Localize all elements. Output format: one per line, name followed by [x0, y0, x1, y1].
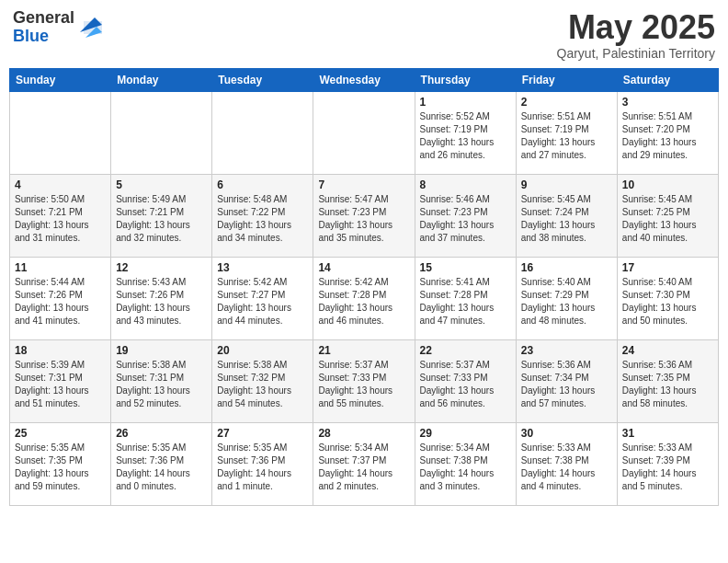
calendar-cell: 25Sunrise: 5:35 AM Sunset: 7:35 PM Dayli… [10, 422, 111, 505]
calendar-cell: 31Sunrise: 5:33 AM Sunset: 7:39 PM Dayli… [617, 422, 718, 505]
day-detail: Sunrise: 5:46 AM Sunset: 7:23 PM Dayligh… [420, 193, 511, 245]
weekday-header-row: SundayMondayTuesdayWednesdayThursdayFrid… [10, 68, 719, 91]
calendar-cell: 27Sunrise: 5:35 AM Sunset: 7:36 PM Dayli… [212, 422, 313, 505]
day-detail: Sunrise: 5:45 AM Sunset: 7:24 PM Dayligh… [521, 193, 612, 245]
day-detail: Sunrise: 5:38 AM Sunset: 7:31 PM Dayligh… [116, 359, 207, 410]
day-detail: Sunrise: 5:36 AM Sunset: 7:34 PM Dayligh… [521, 359, 612, 410]
calendar-cell: 4Sunrise: 5:50 AM Sunset: 7:21 PM Daylig… [10, 174, 111, 257]
calendar-cell: 3Sunrise: 5:51 AM Sunset: 7:20 PM Daylig… [617, 91, 718, 174]
calendar-cell: 2Sunrise: 5:51 AM Sunset: 7:19 PM Daylig… [516, 91, 617, 174]
calendar-cell: 12Sunrise: 5:43 AM Sunset: 7:26 PM Dayli… [111, 257, 212, 339]
day-detail: Sunrise: 5:37 AM Sunset: 7:33 PM Dayligh… [318, 359, 409, 410]
calendar-cell [313, 91, 415, 174]
calendar-cell: 17Sunrise: 5:40 AM Sunset: 7:30 PM Dayli… [617, 257, 718, 339]
day-number: 18 [15, 344, 106, 357]
weekday-header-monday: Monday [111, 68, 212, 91]
weekday-header-friday: Friday [516, 68, 617, 91]
weekday-header-wednesday: Wednesday [313, 68, 415, 91]
day-number: 30 [521, 427, 612, 440]
day-detail: Sunrise: 5:40 AM Sunset: 7:30 PM Dayligh… [622, 276, 713, 327]
logo-text: General Blue [13, 9, 74, 46]
calendar-cell: 24Sunrise: 5:36 AM Sunset: 7:35 PM Dayli… [617, 339, 718, 422]
day-detail: Sunrise: 5:43 AM Sunset: 7:26 PM Dayligh… [116, 276, 207, 327]
day-number: 16 [521, 261, 612, 274]
calendar-cell [10, 91, 111, 174]
day-number: 21 [318, 344, 409, 357]
day-detail: Sunrise: 5:50 AM Sunset: 7:21 PM Dayligh… [15, 193, 106, 245]
week-row-1: 1Sunrise: 5:52 AM Sunset: 7:19 PM Daylig… [10, 91, 719, 174]
day-number: 31 [622, 427, 713, 440]
calendar-cell: 7Sunrise: 5:47 AM Sunset: 7:23 PM Daylig… [313, 174, 415, 257]
location: Qaryut, Palestinian Territory [557, 46, 715, 61]
month-title: May 2025 [557, 9, 715, 46]
page-header: General Blue May 2025 Qaryut, Palestinia… [9, 9, 719, 61]
day-detail: Sunrise: 5:33 AM Sunset: 7:39 PM Dayligh… [622, 442, 713, 493]
logo: General Blue [13, 9, 104, 46]
calendar-cell [212, 91, 313, 174]
week-row-2: 4Sunrise: 5:50 AM Sunset: 7:21 PM Daylig… [10, 174, 719, 257]
logo-icon [76, 14, 104, 41]
day-number: 3 [622, 96, 713, 109]
calendar-table: SundayMondayTuesdayWednesdayThursdayFrid… [9, 68, 719, 506]
calendar-cell: 10Sunrise: 5:45 AM Sunset: 7:25 PM Dayli… [617, 174, 718, 257]
day-detail: Sunrise: 5:38 AM Sunset: 7:32 PM Dayligh… [217, 359, 308, 410]
day-detail: Sunrise: 5:48 AM Sunset: 7:22 PM Dayligh… [217, 193, 308, 245]
day-detail: Sunrise: 5:35 AM Sunset: 7:35 PM Dayligh… [15, 442, 106, 493]
calendar-cell: 9Sunrise: 5:45 AM Sunset: 7:24 PM Daylig… [516, 174, 617, 257]
week-row-4: 18Sunrise: 5:39 AM Sunset: 7:31 PM Dayli… [10, 339, 719, 422]
calendar-cell: 29Sunrise: 5:34 AM Sunset: 7:38 PM Dayli… [415, 422, 516, 505]
day-number: 25 [15, 427, 106, 440]
day-detail: Sunrise: 5:37 AM Sunset: 7:33 PM Dayligh… [420, 359, 511, 410]
day-number: 9 [521, 178, 612, 191]
week-row-5: 25Sunrise: 5:35 AM Sunset: 7:35 PM Dayli… [10, 422, 719, 505]
calendar-cell: 11Sunrise: 5:44 AM Sunset: 7:26 PM Dayli… [10, 257, 111, 339]
day-number: 11 [15, 261, 106, 274]
day-detail: Sunrise: 5:44 AM Sunset: 7:26 PM Dayligh… [15, 276, 106, 327]
calendar-cell: 6Sunrise: 5:48 AM Sunset: 7:22 PM Daylig… [212, 174, 313, 257]
day-number: 19 [116, 344, 207, 357]
day-number: 26 [116, 427, 207, 440]
calendar-cell [111, 91, 212, 174]
weekday-header-tuesday: Tuesday [212, 68, 313, 91]
day-number: 2 [521, 96, 612, 109]
day-number: 17 [622, 261, 713, 274]
day-number: 27 [217, 427, 308, 440]
calendar-cell: 19Sunrise: 5:38 AM Sunset: 7:31 PM Dayli… [111, 339, 212, 422]
day-number: 7 [318, 178, 409, 191]
calendar-cell: 20Sunrise: 5:38 AM Sunset: 7:32 PM Dayli… [212, 339, 313, 422]
day-number: 1 [420, 96, 511, 109]
calendar-cell: 1Sunrise: 5:52 AM Sunset: 7:19 PM Daylig… [415, 91, 516, 174]
weekday-header-thursday: Thursday [415, 68, 516, 91]
day-number: 13 [217, 261, 308, 274]
day-detail: Sunrise: 5:51 AM Sunset: 7:19 PM Dayligh… [521, 110, 612, 162]
calendar-cell: 30Sunrise: 5:33 AM Sunset: 7:38 PM Dayli… [516, 422, 617, 505]
title-section: May 2025 Qaryut, Palestinian Territory [557, 9, 715, 61]
calendar-cell: 16Sunrise: 5:40 AM Sunset: 7:29 PM Dayli… [516, 257, 617, 339]
day-detail: Sunrise: 5:42 AM Sunset: 7:27 PM Dayligh… [217, 276, 308, 327]
day-detail: Sunrise: 5:40 AM Sunset: 7:29 PM Dayligh… [521, 276, 612, 327]
day-detail: Sunrise: 5:36 AM Sunset: 7:35 PM Dayligh… [622, 359, 713, 410]
day-number: 15 [420, 261, 511, 274]
day-number: 23 [521, 344, 612, 357]
day-number: 6 [217, 178, 308, 191]
day-number: 10 [622, 178, 713, 191]
day-detail: Sunrise: 5:41 AM Sunset: 7:28 PM Dayligh… [420, 276, 511, 327]
day-number: 29 [420, 427, 511, 440]
day-detail: Sunrise: 5:34 AM Sunset: 7:37 PM Dayligh… [318, 442, 409, 493]
week-row-3: 11Sunrise: 5:44 AM Sunset: 7:26 PM Dayli… [10, 257, 719, 339]
day-number: 20 [217, 344, 308, 357]
weekday-header-saturday: Saturday [617, 68, 718, 91]
calendar-cell: 23Sunrise: 5:36 AM Sunset: 7:34 PM Dayli… [516, 339, 617, 422]
calendar-cell: 14Sunrise: 5:42 AM Sunset: 7:28 PM Dayli… [313, 257, 415, 339]
weekday-header-sunday: Sunday [10, 68, 111, 91]
day-detail: Sunrise: 5:45 AM Sunset: 7:25 PM Dayligh… [622, 193, 713, 245]
day-number: 5 [116, 178, 207, 191]
calendar-cell: 5Sunrise: 5:49 AM Sunset: 7:21 PM Daylig… [111, 174, 212, 257]
day-detail: Sunrise: 5:47 AM Sunset: 7:23 PM Dayligh… [318, 193, 409, 245]
day-detail: Sunrise: 5:35 AM Sunset: 7:36 PM Dayligh… [116, 442, 207, 493]
day-number: 8 [420, 178, 511, 191]
calendar-cell: 21Sunrise: 5:37 AM Sunset: 7:33 PM Dayli… [313, 339, 415, 422]
calendar-cell: 28Sunrise: 5:34 AM Sunset: 7:37 PM Dayli… [313, 422, 415, 505]
day-detail: Sunrise: 5:51 AM Sunset: 7:20 PM Dayligh… [622, 110, 713, 162]
day-number: 28 [318, 427, 409, 440]
